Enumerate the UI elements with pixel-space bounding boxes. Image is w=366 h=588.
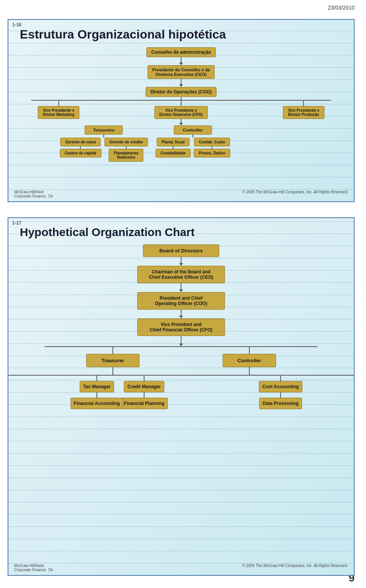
s1-planej-financeiro: Planejamento financeiro (109, 149, 143, 162)
s1-vp-producao: Vice Presidente e Diretor Produção (283, 106, 324, 119)
s2-vp-cfo: Vice President and Chief Financial Offic… (137, 318, 225, 336)
s1-gerente-caixa: Gerente de caixa (60, 138, 101, 146)
slide2-footer: McGraw-Hill/Irwin Corporate Finance, 7/e… (8, 564, 354, 572)
page-date: 23/03/2010 (328, 5, 355, 11)
s1-vp-financeiro: Vice Presidente e Diretor financeiro (CF… (154, 106, 208, 119)
s1-gastos-capital: Gastos de capital (60, 149, 101, 157)
slide1-footer-right: © 2005 The McGraw-Hill Companies, Inc. A… (242, 190, 348, 198)
s2-chairman: Chairman of the Board and Chief Executiv… (137, 266, 225, 283)
slide2-footer-right: © 2005 The McGraw-Hill Companies, Inc. A… (242, 564, 348, 572)
s1-conselho: Conselho de administração (146, 47, 216, 57)
s2-board: Board of Directors (143, 244, 219, 257)
s2-tax-manager: Tax Manager (80, 381, 114, 392)
s1-proces-dados: Proces. Dados (194, 149, 230, 157)
slide2-number: 1-17 (12, 220, 21, 226)
s1-controller: Controller (174, 125, 212, 135)
s2-financial-accounting: Financial Accounting (71, 398, 124, 409)
s1-gerente-credito: Gerente de crédito (104, 138, 148, 146)
slide-1: 1-16 Estrutura Organizacional hipotética… (8, 19, 355, 202)
s2-cost-accounting: Cost Accounting (259, 381, 302, 392)
s1-planej-fiscal: Planej. fiscal (157, 138, 190, 146)
s1-tesoureiro: Tesoureiro (85, 125, 123, 135)
s2-controller: Controller (223, 354, 276, 367)
s1-contabilidade: Contabilidade (156, 149, 191, 157)
s2-president: President and Chief Operating Officer (C… (137, 292, 225, 310)
s1-contab-custo: Contab. Custo (194, 138, 230, 146)
s1-diretor-op: Diretor de Operações (COO) (146, 87, 217, 97)
slide1-title: Estrutura Organizacional hipotética (8, 20, 354, 47)
s2-data-processing: Data Processing (259, 398, 302, 409)
slide1-footer-left: McGraw-Hill/Irwin Corporate Finance, 7/e (14, 190, 53, 198)
slide1-number: 1-16 (12, 22, 21, 27)
s1-presidente: Presidente do Conselho e da Diretoria Ex… (148, 65, 215, 79)
slide1-footer: McGraw-Hill/Irwin Corporate Finance, 7/e… (8, 190, 354, 198)
slide-2: 1-17 Hypothetical Organization Chart Boa… (8, 217, 355, 576)
s2-treasurer: Treasurer (86, 354, 140, 367)
slide2-footer-left: McGraw-Hill/Irwin Corporate Finance, 7/e (14, 564, 53, 572)
s1-vp-marketing: Vice Presidente e Diretor Marketing (38, 106, 79, 119)
slide2-title: Hypothetical Organization Chart (8, 218, 354, 244)
